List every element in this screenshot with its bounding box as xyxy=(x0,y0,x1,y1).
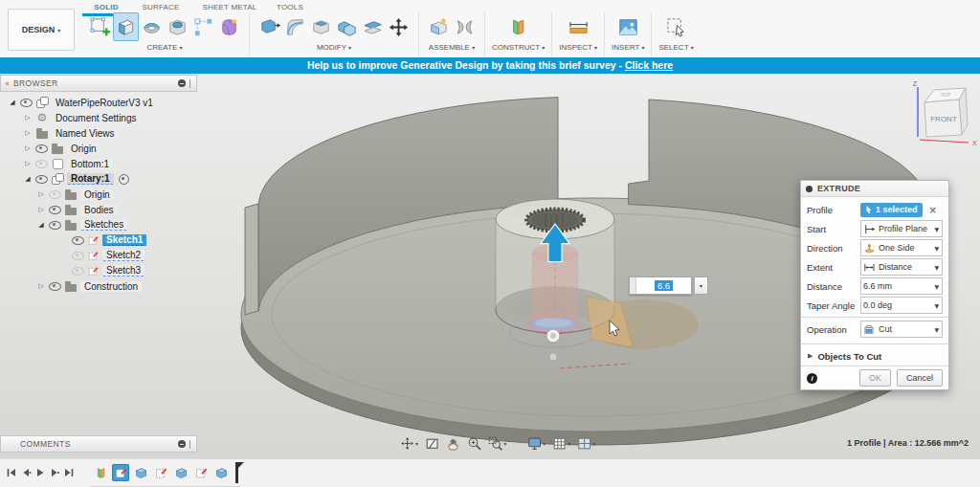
expander-icon[interactable]: ▷ xyxy=(36,282,46,290)
tree-item-sketch3[interactable]: Sketch3 xyxy=(0,263,197,278)
viewcube[interactable]: FRONT TOP Z X xyxy=(909,79,978,156)
chevron-down-icon[interactable]: ▾ xyxy=(543,440,546,447)
timeline-extrude-feature-icon[interactable] xyxy=(212,464,230,481)
pan-icon[interactable] xyxy=(446,436,460,451)
visibility-eye-icon[interactable] xyxy=(72,267,84,276)
survey-banner-link[interactable]: Click here xyxy=(625,59,673,71)
expander-icon[interactable]: ▷ xyxy=(23,129,33,137)
expander-icon[interactable]: ◢ xyxy=(8,99,17,106)
visibility-eye-icon[interactable] xyxy=(49,206,61,214)
panel-grip[interactable] xyxy=(189,440,192,449)
combine-icon[interactable] xyxy=(334,12,360,41)
design-menu-button[interactable]: DESIGN ▾ xyxy=(8,9,75,51)
toolbar-group-label[interactable]: SELECT ▾ xyxy=(658,43,693,52)
offset-face-icon[interactable] xyxy=(360,12,386,41)
visibility-eye-icon[interactable] xyxy=(49,221,61,230)
toolbar-group-label[interactable]: CONSTRUCT ▾ xyxy=(492,43,545,52)
toolbar-group-label[interactable]: ASSEMBLE ▾ xyxy=(429,43,475,52)
orbit-icon[interactable]: ▾ xyxy=(400,436,418,451)
step-forward-icon[interactable] xyxy=(49,465,60,482)
panel-menu-icon[interactable] xyxy=(178,79,186,87)
extent-dropdown[interactable]: Distance▼ xyxy=(860,258,943,276)
chevron-down-icon[interactable]: ▾ xyxy=(415,440,418,447)
expander-icon[interactable]: ◢ xyxy=(23,175,33,183)
toolbar-group-label[interactable]: INSERT ▾ xyxy=(612,43,644,52)
tree-item-bodies[interactable]: ▷Bodies xyxy=(0,202,197,217)
timeline-construct-plane-icon[interactable] xyxy=(92,464,109,481)
toolbar-group-label[interactable]: INSPECT ▾ xyxy=(559,43,597,52)
step-back-icon[interactable] xyxy=(20,465,32,482)
timeline-sketch-icon[interactable] xyxy=(112,464,129,481)
timeline-extrude-feature-icon[interactable] xyxy=(172,464,189,481)
browser-header[interactable]: « BROWSER xyxy=(0,75,197,92)
expander-icon[interactable]: ▷ xyxy=(36,190,46,198)
tree-item-origin[interactable]: ▷Origin xyxy=(0,141,197,156)
insert-image-icon[interactable] xyxy=(615,12,641,41)
joint-icon[interactable] xyxy=(452,12,478,41)
window-zoom-icon[interactable]: ▾ xyxy=(488,436,506,451)
extrude-icon[interactable] xyxy=(113,12,139,41)
chevron-down-icon[interactable]: ▾ xyxy=(568,440,570,447)
zoom-icon[interactable] xyxy=(467,436,481,451)
profile-selected-chip[interactable]: 1 selected xyxy=(860,203,923,217)
tree-item-sketch1[interactable]: Sketch1 xyxy=(0,232,197,248)
move-icon[interactable] xyxy=(386,12,412,41)
hole-icon[interactable] xyxy=(165,12,190,41)
comments-header[interactable]: COMMENTS xyxy=(0,435,197,453)
tree-item-rotary-1[interactable]: ◢Rotary:1 xyxy=(0,171,197,187)
shell-icon[interactable] xyxy=(308,12,334,41)
visibility-eye-icon[interactable] xyxy=(20,99,33,107)
visibility-eye-icon[interactable] xyxy=(72,236,84,245)
select-icon[interactable] xyxy=(663,12,689,41)
look-at-icon[interactable] xyxy=(425,436,439,451)
dimension-dropdown-button[interactable]: ▾ xyxy=(694,277,708,295)
clear-selection-icon[interactable]: × xyxy=(929,205,937,215)
collapse-panel-icon[interactable]: « xyxy=(5,79,10,88)
expander-icon[interactable]: ◢ xyxy=(36,221,46,229)
visibility-eye-icon[interactable] xyxy=(49,190,61,199)
dimension-input[interactable]: 6.6 xyxy=(629,277,692,295)
expander-icon[interactable]: ▷ xyxy=(36,206,46,213)
activate-component-radio[interactable] xyxy=(119,174,129,185)
create-sketch-icon[interactable] xyxy=(87,12,113,41)
dialog-grip-icon[interactable] xyxy=(806,186,813,192)
timeline-playhead[interactable] xyxy=(235,462,238,483)
direction-dropdown[interactable]: One Side▼ xyxy=(860,239,943,256)
panel-grip[interactable] xyxy=(189,79,192,88)
operation-dropdown[interactable]: Cut▼ xyxy=(860,321,943,338)
panel-menu-icon[interactable] xyxy=(178,440,186,448)
tree-item-sketches[interactable]: ◢Sketches xyxy=(0,217,197,232)
tree-item-origin[interactable]: ▷Origin xyxy=(0,187,197,202)
ok-button[interactable]: OK xyxy=(859,369,891,387)
expander-icon[interactable]: ▷ xyxy=(23,144,33,152)
model-viewport[interactable]: 6.6 ▾ FRONT TOP Z X « BROWSER ◢WaterPipe… xyxy=(0,74,980,458)
tree-item-waterpiperouterv3-v1[interactable]: ◢WaterPipeRouterV3 v1 xyxy=(0,95,197,110)
tree-item-construction[interactable]: ▷Construction xyxy=(0,278,197,294)
pattern-icon[interactable] xyxy=(190,12,216,41)
visibility-eye-icon[interactable] xyxy=(49,282,61,291)
cancel-button[interactable]: Cancel xyxy=(897,369,943,387)
visibility-eye-icon[interactable] xyxy=(35,144,48,153)
info-icon[interactable]: i xyxy=(807,373,817,384)
tree-item-named-views[interactable]: ▷Named Views xyxy=(0,125,197,141)
play-icon[interactable] xyxy=(34,465,46,482)
viewports-icon[interactable]: ▾ xyxy=(577,436,595,451)
timeline-sketch-icon[interactable] xyxy=(152,464,169,481)
tree-item-bottom-1[interactable]: ▷Bottom:1 xyxy=(0,156,197,171)
tree-item-sketch2[interactable]: Sketch2 xyxy=(0,248,197,263)
form-icon[interactable] xyxy=(216,12,242,41)
toolbar-group-label[interactable]: MODIFY ▾ xyxy=(317,43,351,52)
go-to-end-icon[interactable] xyxy=(63,465,75,482)
timeline-extrude-feature-icon[interactable] xyxy=(132,464,149,481)
chevron-down-icon[interactable]: ▾ xyxy=(503,440,506,447)
visibility-eye-icon[interactable] xyxy=(35,175,48,184)
fillet-icon[interactable] xyxy=(282,12,308,41)
grid-settings-icon[interactable]: ▾ xyxy=(552,436,570,451)
extrude-dialog-titlebar[interactable]: EXTRUDE xyxy=(801,181,948,197)
expander-icon[interactable]: ▷ xyxy=(23,114,33,122)
timeline-sketch-icon[interactable] xyxy=(192,464,210,481)
go-to-start-icon[interactable] xyxy=(6,465,17,482)
visibility-eye-icon[interactable] xyxy=(35,160,48,168)
press-pull-icon[interactable] xyxy=(256,12,282,41)
tree-item-document-settings[interactable]: ▷⚙Document Settings xyxy=(0,110,197,125)
